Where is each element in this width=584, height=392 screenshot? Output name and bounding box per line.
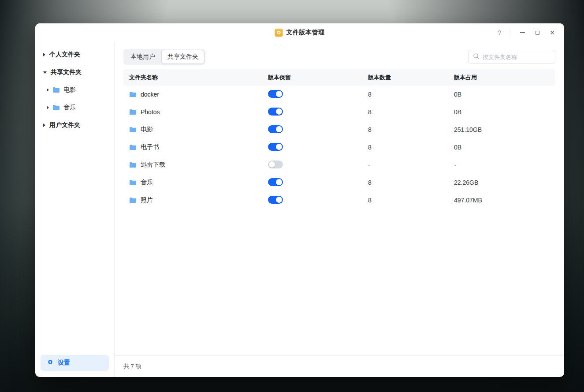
- maximize-button[interactable]: [534, 30, 540, 36]
- toggle-knob: [276, 179, 282, 185]
- version-count: -: [368, 161, 454, 168]
- app-icon: [275, 29, 283, 37]
- column-header-name: 文件夹名称: [123, 74, 268, 82]
- chevron-right-icon: [43, 53, 45, 56]
- minimize-button[interactable]: [519, 30, 525, 36]
- search-box[interactable]: [468, 50, 555, 64]
- version-count: 8: [368, 144, 454, 151]
- search-icon: [473, 53, 480, 61]
- version-toggle[interactable]: [268, 143, 283, 151]
- table-row[interactable]: 电子书 8 0B: [123, 138, 555, 156]
- retention-cell: [268, 161, 368, 170]
- help-icon[interactable]: ?: [498, 29, 501, 36]
- version-count: 8: [368, 126, 454, 133]
- desktop-wallpaper: 文件版本管理 ? ✕ 个人文件夹 共享文件夹: [0, 0, 584, 392]
- main-panel: 本地用户 共享文件夹 文件夹名称 版本保留 版本数量: [115, 42, 564, 377]
- toolbar: 本地用户 共享文件夹: [123, 49, 555, 65]
- toggle-knob: [276, 108, 282, 115]
- folder-icon: [52, 105, 60, 111]
- settings-button[interactable]: 设置: [41, 355, 109, 371]
- version-usage: 251.10GB: [454, 126, 555, 133]
- minimize-icon: [520, 32, 525, 33]
- sidebar-item-label: 音乐: [63, 104, 76, 112]
- version-usage: 22.26GB: [454, 179, 555, 186]
- folder-name-cell: Photos: [123, 108, 268, 116]
- window-controls: ? ✕: [498, 29, 564, 36]
- folder-icon: [129, 109, 137, 115]
- version-toggle[interactable]: [268, 90, 283, 98]
- chevron-right-icon: [43, 123, 45, 127]
- version-count: 8: [368, 91, 454, 98]
- folder-name-cell: docker: [123, 91, 268, 98]
- tab-shared-folders[interactable]: 共享文件夹: [161, 50, 205, 64]
- version-count: 8: [368, 179, 454, 186]
- window-title: 文件版本管理: [286, 29, 325, 37]
- retention-cell: [268, 108, 368, 117]
- folder-icon: [129, 91, 137, 97]
- version-count: 8: [368, 197, 454, 204]
- folder-icon: [129, 127, 137, 133]
- folder-name: 迅雷下载: [141, 161, 165, 169]
- retention-cell: [268, 178, 368, 187]
- version-usage: 497.07MB: [454, 197, 555, 204]
- column-header-usage: 版本占用: [454, 74, 555, 82]
- toggle-knob: [276, 197, 282, 203]
- version-toggle[interactable]: [268, 178, 283, 186]
- toggle-knob: [276, 91, 282, 97]
- table-row[interactable]: Photos 8 0B: [123, 103, 555, 121]
- maximize-icon: [536, 31, 539, 35]
- sidebar-item-label: 电影: [63, 86, 76, 94]
- sidebar-item-personal-folders[interactable]: 个人文件夹: [35, 46, 114, 63]
- chevron-down-icon: [43, 71, 47, 74]
- folder-name-cell: 迅雷下载: [123, 161, 268, 169]
- chevron-right-icon: [47, 106, 49, 109]
- table-row[interactable]: docker 8 0B: [123, 86, 555, 103]
- tab-local-users[interactable]: 本地用户: [124, 50, 161, 64]
- version-toggle[interactable]: [268, 125, 283, 133]
- folder-name-cell: 照片: [123, 196, 268, 204]
- sidebar: 个人文件夹 共享文件夹 电影: [35, 42, 115, 377]
- sidebar-item-shared-folders[interactable]: 共享文件夹: [35, 63, 114, 81]
- column-header-count: 版本数量: [368, 74, 454, 82]
- sidebar-item-user-folders[interactable]: 用户文件夹: [35, 116, 114, 134]
- window-body: 个人文件夹 共享文件夹 电影: [35, 42, 564, 377]
- titlebar: 文件版本管理 ? ✕: [35, 23, 564, 42]
- version-toggle[interactable]: [268, 196, 283, 204]
- toggle-knob: [276, 144, 282, 150]
- title-center: 文件版本管理: [275, 23, 325, 42]
- column-header-retention: 版本保留: [268, 74, 368, 82]
- table-header: 文件夹名称 版本保留 版本数量 版本占用: [123, 69, 555, 86]
- folder-name: docker: [141, 91, 159, 98]
- table-row[interactable]: 迅雷下载 - -: [123, 156, 555, 174]
- folder-name-cell: 音乐: [123, 179, 268, 187]
- tab-group: 本地用户 共享文件夹: [123, 49, 205, 65]
- version-usage: -: [454, 161, 555, 168]
- search-input[interactable]: [483, 54, 551, 60]
- table-row[interactable]: 照片 8 497.07MB: [123, 191, 555, 209]
- folder-name: 电影: [141, 126, 153, 134]
- version-usage: 0B: [454, 144, 555, 151]
- app-window: 文件版本管理 ? ✕ 个人文件夹 共享文件夹: [35, 23, 564, 377]
- toggle-knob: [276, 126, 282, 132]
- sidebar-item-label: 用户文件夹: [49, 121, 80, 129]
- titlebar-divider: [510, 30, 510, 36]
- version-toggle[interactable]: [268, 161, 283, 168]
- status-bar: 共 7 项: [115, 355, 564, 377]
- table-row[interactable]: 电影 8 251.10GB: [123, 121, 555, 138]
- close-button[interactable]: ✕: [549, 30, 555, 36]
- folder-name: 电子书: [141, 143, 159, 151]
- table-row[interactable]: 音乐 8 22.26GB: [123, 174, 555, 191]
- version-usage: 0B: [454, 108, 555, 116]
- version-toggle[interactable]: [268, 108, 283, 116]
- toggle-knob: [269, 161, 275, 168]
- app-icon-glyph: [277, 31, 281, 34]
- gear-icon: [47, 358, 54, 367]
- retention-cell: [268, 196, 368, 205]
- sidebar-item-movies[interactable]: 电影: [35, 81, 114, 99]
- sidebar-item-music[interactable]: 音乐: [35, 99, 114, 116]
- sidebar-item-label: 个人文件夹: [49, 51, 80, 59]
- settings-label: 设置: [58, 359, 70, 367]
- folder-name: 照片: [141, 196, 153, 204]
- sidebar-item-label: 共享文件夹: [51, 68, 82, 76]
- retention-cell: [268, 90, 368, 99]
